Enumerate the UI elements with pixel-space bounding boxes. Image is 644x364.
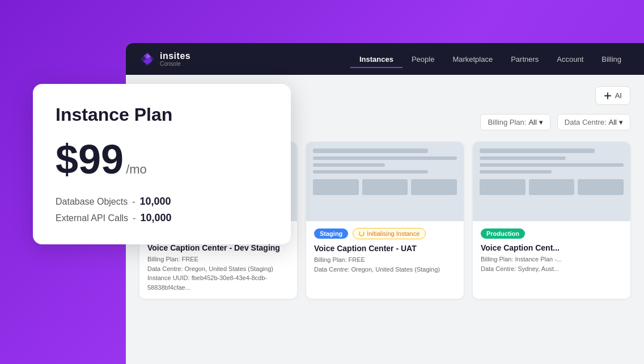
card-title-2: Voice Caption Center - UAT — [314, 244, 456, 253]
preview-bar — [480, 163, 624, 167]
status-badge-3: Production — [481, 228, 525, 239]
card-info-2: Staging Initialising Instance Voice Capt… — [306, 221, 464, 281]
navbar: insites Console Instances People Marketp… — [126, 43, 644, 75]
logo-name: insites — [160, 51, 190, 61]
db-dash: - — [132, 197, 135, 207]
logo-sub: Console — [160, 61, 190, 67]
plan-price: $99 — [56, 139, 124, 180]
preview-row — [313, 179, 457, 195]
plan-price-row: $99 /mo — [56, 139, 268, 180]
nav-partners[interactable]: Partners — [502, 50, 548, 68]
instance-card-2[interactable]: Staging Initialising Instance Voice Capt… — [306, 142, 464, 299]
billing-plan-text-3: Billing Plan: Instance Plan -... — [481, 255, 622, 264]
logo-icon — [139, 51, 155, 67]
api-label: External API Calls — [56, 213, 128, 223]
data-centre-text-2: Data Centre: Oregon, United States (Stag… — [314, 265, 456, 274]
billing-plan-filter[interactable]: Billing Plan: All ▾ — [480, 114, 550, 130]
nav-marketplace[interactable]: Marketplace — [443, 50, 502, 68]
card-meta-1: Billing Plan: FREE Data Centre: Oregon, … — [147, 255, 289, 292]
nav-billing[interactable]: Billing — [592, 50, 630, 68]
preview-block — [578, 179, 624, 195]
initialising-label: Initialising Instance — [367, 230, 420, 237]
nav-instances[interactable]: Instances — [350, 50, 402, 68]
add-instance-button[interactable]: AI — [595, 86, 630, 105]
preview-bar — [313, 149, 428, 153]
preview-bar — [313, 163, 385, 167]
preview-block — [480, 179, 526, 195]
preview-block — [411, 179, 457, 195]
db-label: Database Objects — [56, 197, 128, 207]
preview-bar — [313, 170, 428, 173]
preview-block — [313, 179, 359, 195]
card-title-3: Voice Caption Cent... — [481, 243, 622, 252]
uuid-text-1: Instance UUID: fbeb452b-30e8-43e4-8cdb-5… — [147, 273, 289, 292]
nav-account[interactable]: Account — [548, 50, 592, 68]
plan-feature-db: Database Objects - 10,000 — [56, 196, 268, 208]
card-meta-2: Billing Plan: FREE Data Centre: Oregon, … — [314, 255, 456, 274]
billing-plan-text-2: Billing Plan: FREE — [314, 255, 456, 265]
card-title-1: Voice Caption Center - Dev Staging — [147, 243, 289, 252]
billing-plan-text-1: Billing Plan: FREE — [147, 255, 289, 264]
api-dash: - — [133, 213, 135, 223]
spinner-icon — [359, 231, 365, 236]
plan-period: /mo — [126, 162, 147, 177]
navbar-nav: Instances People Marketplace Partners Ac… — [350, 50, 630, 68]
preview-bar — [480, 149, 595, 153]
add-icon — [604, 92, 612, 100]
billing-plan-label: Billing Plan: — [488, 118, 526, 126]
data-centre-text-1: Data Centre: Oregon, United States (Stag… — [147, 264, 289, 274]
instance-card-3[interactable]: Production Voice Caption Cent... Billing… — [473, 142, 630, 299]
svg-rect-5 — [604, 95, 611, 96]
data-centre-text-3: Data Centre: Sydney, Aust... — [481, 264, 622, 274]
data-centre-label: Data Centre: — [565, 118, 607, 126]
preview-bar — [480, 170, 552, 173]
plan-features: Database Objects - 10,000 External API C… — [56, 196, 268, 224]
add-instance-label: AI — [615, 91, 622, 100]
plan-card: Instance Plan $99 /mo Database Objects -… — [33, 84, 291, 244]
card-info-3: Production Voice Caption Cent... Billing… — [473, 221, 630, 280]
logo-text: insites Console — [160, 51, 190, 67]
plan-feature-api: External API Calls - 10,000 — [56, 212, 268, 224]
nav-people[interactable]: People — [402, 50, 443, 68]
data-centre-value: All — [609, 118, 617, 126]
db-value: 10,000 — [140, 196, 171, 208]
plan-title: Instance Plan — [56, 104, 268, 125]
preview-bar — [313, 156, 457, 160]
preview-block — [529, 179, 575, 195]
billing-plan-value: All — [528, 118, 536, 126]
card-preview-2 — [306, 142, 464, 221]
status-badge-2: Staging — [314, 228, 348, 239]
card-preview-3 — [473, 142, 630, 221]
billing-plan-chevron: ▾ — [539, 118, 543, 126]
initialising-badge: Initialising Instance — [353, 228, 426, 239]
logo: insites Console — [139, 51, 190, 67]
card-meta-3: Billing Plan: Instance Plan -... Data Ce… — [481, 255, 622, 273]
data-centre-chevron: ▾ — [619, 118, 623, 126]
api-value: 10,000 — [140, 212, 171, 224]
data-centre-filter[interactable]: Data Centre: All ▾ — [557, 114, 630, 130]
preview-block — [362, 179, 408, 195]
preview-row — [480, 179, 624, 195]
preview-bar — [480, 156, 566, 160]
